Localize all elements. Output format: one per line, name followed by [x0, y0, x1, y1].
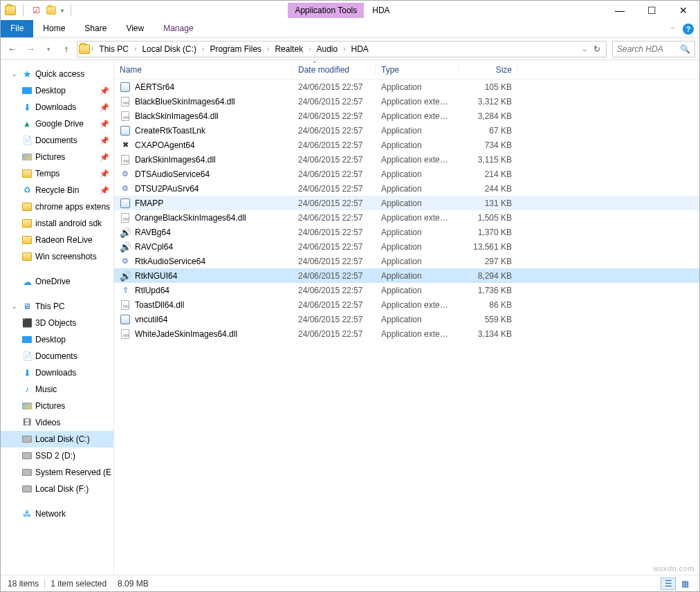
file-row[interactable]: vncutil6424/06/2015 22:57Application559 …: [114, 312, 699, 326]
file-row[interactable]: FMAPP24/06/2015 22:57Application131 KB: [114, 196, 699, 210]
breadcrumb-item[interactable]: Program Files: [205, 44, 266, 54]
search-input[interactable]: Search HDA 🔍: [612, 41, 695, 57]
file-row[interactable]: CreateRtkToastLnk24/06/2015 22:57Applica…: [114, 123, 699, 138]
navigation-pane[interactable]: ⌄ ★ Quick access Desktop📌⬇Downloads📌▲Goo…: [1, 60, 114, 575]
breadcrumb-item[interactable]: Realtek: [270, 44, 307, 54]
context-tab-application-tools[interactable]: Application Tools: [288, 3, 364, 18]
chevron-right-icon[interactable]: ›: [342, 45, 347, 53]
tab-home[interactable]: Home: [33, 20, 75, 37]
sidebar-item[interactable]: Local Disk (C:): [1, 431, 113, 447]
file-row[interactable]: ⚙DTSAudioService6424/06/2015 22:57Applic…: [114, 167, 699, 181]
column-date[interactable]: Date modified: [293, 65, 376, 75]
sidebar-item[interactable]: install android sdk: [1, 215, 113, 232]
tree-onedrive[interactable]: ☁ OneDrive: [1, 273, 113, 290]
file-row[interactable]: BlackBlueSkinImages64.dll24/06/2015 22:5…: [114, 94, 699, 109]
column-type[interactable]: Type: [376, 65, 459, 75]
file-row[interactable]: ✖CXAPOAgent6424/06/2015 22:57Application…: [114, 138, 699, 152]
sidebar-item[interactable]: Pictures📌: [1, 149, 113, 165]
chevron-right-icon[interactable]: ›: [90, 45, 95, 53]
file-date: 24/06/2015 22:57: [293, 155, 376, 165]
file-name: OrangeBlackSkinImages64.dll: [135, 213, 246, 223]
file-row[interactable]: DarkSkinImages64.dll24/06/2015 22:57Appl…: [114, 152, 699, 167]
sidebar-item[interactable]: Local Disk (F:): [1, 481, 113, 497]
file-row[interactable]: ⚙DTSU2PAuSrv6424/06/2015 22:57Applicatio…: [114, 181, 699, 196]
breadcrumb-root-icon[interactable]: [79, 44, 90, 55]
file-row[interactable]: BlackSkinImages64.dll24/06/2015 22:57App…: [114, 109, 699, 123]
recent-locations-icon[interactable]: ▾: [41, 41, 56, 57]
chevron-right-icon[interactable]: ›: [201, 45, 205, 53]
sidebar-item[interactable]: Desktop: [1, 331, 113, 348]
sidebar-item[interactable]: Win screenshots: [1, 248, 113, 265]
tab-file[interactable]: File: [1, 20, 33, 37]
sidebar-item[interactable]: System Reserved (E: [1, 464, 113, 481]
help-icon[interactable]: ?: [683, 24, 694, 35]
sidebar-item[interactable]: Pictures: [1, 398, 113, 414]
sidebar-item[interactable]: ♪Music: [1, 381, 113, 398]
chevron-right-icon[interactable]: ›: [133, 45, 138, 53]
sidebar-item[interactable]: ♻Recycle Bin📌: [1, 182, 113, 198]
column-size[interactable]: Size: [459, 65, 518, 75]
sidebar-item[interactable]: 📄Documents: [1, 348, 113, 364]
close-button[interactable]: ✕: [667, 1, 699, 20]
breadcrumb-item[interactable]: This PC: [95, 44, 133, 54]
tree-quick-access[interactable]: ⌄ ★ Quick access: [1, 66, 113, 82]
tree-this-pc[interactable]: ⌄ 🖥 This PC: [1, 298, 113, 315]
sidebar-item[interactable]: ⬇Downloads📌: [1, 99, 113, 115]
file-type: Application extens...: [376, 155, 459, 165]
sidebar-item[interactable]: Desktop📌: [1, 82, 113, 99]
back-button[interactable]: ←: [5, 41, 20, 57]
breadcrumb-item[interactable]: Audio: [312, 44, 342, 54]
file-list[interactable]: Name ⌃ Date modified Type Size AERTSr642…: [114, 60, 699, 575]
file-row[interactable]: 🔊RAVCpl6424/06/2015 22:57Application13,5…: [114, 239, 699, 254]
sidebar-item[interactable]: 🎞Videos: [1, 414, 113, 431]
file-row[interactable]: OrangeBlackSkinImages64.dll24/06/2015 22…: [114, 210, 699, 225]
file-type: Application: [376, 257, 459, 266]
sidebar-item[interactable]: chrome apps extens: [1, 198, 113, 215]
address-drop-icon[interactable]: ⌵: [580, 45, 589, 53]
tab-share[interactable]: Share: [75, 20, 116, 37]
speaker-icon: 🔊: [120, 241, 131, 252]
tree-network[interactable]: 🖧 Network: [1, 506, 113, 522]
sidebar-item[interactable]: ⬇Downloads: [1, 364, 113, 381]
tab-manage[interactable]: Manage: [154, 20, 203, 37]
sidebar-item[interactable]: ⬛3D Objects: [1, 315, 113, 331]
breadcrumb[interactable]: › This PC › Local Disk (C:) › Program Fi…: [77, 41, 607, 57]
breadcrumb-item[interactable]: Local Disk (C:): [138, 44, 201, 54]
chevron-down-icon[interactable]: ⌄: [10, 303, 19, 310]
breadcrumb-item[interactable]: HDA: [347, 44, 373, 54]
sidebar-item[interactable]: Radeon ReLive: [1, 232, 113, 248]
file-row[interactable]: ⇪RtlUpd6424/06/2015 22:57Application1,73…: [114, 283, 699, 297]
sidebar-item[interactable]: SSD 2 (D:): [1, 447, 113, 464]
sidebar-item[interactable]: 📄Documents📌: [1, 132, 113, 149]
forward-button[interactable]: →: [23, 41, 38, 57]
file-type: Application extens...: [376, 329, 459, 339]
chevron-down-icon[interactable]: ⌄: [10, 71, 19, 77]
chevron-right-icon[interactable]: ›: [307, 45, 312, 53]
file-row[interactable]: 🔊RtkNGUI6424/06/2015 22:57Application8,2…: [114, 268, 699, 283]
sidebar-item[interactable]: Temps📌: [1, 165, 113, 182]
tree-label: Quick access: [35, 69, 84, 79]
file-row[interactable]: ⚙RtkAudioService6424/06/2015 22:57Applic…: [114, 254, 699, 268]
maximize-button[interactable]: ☐: [636, 1, 667, 20]
refresh-icon[interactable]: ↻: [591, 44, 603, 54]
file-row[interactable]: ToastDll64.dll24/06/2015 22:57Applicatio…: [114, 297, 699, 312]
qat-customize-icon[interactable]: ▾: [61, 8, 64, 14]
chevron-right-icon[interactable]: ›: [266, 45, 270, 53]
file-row[interactable]: 🔊RAVBg6424/06/2015 22:57Application1,370…: [114, 225, 699, 239]
file-row[interactable]: AERTSr6424/06/2015 22:57Application105 K…: [114, 80, 699, 94]
tab-view[interactable]: View: [116, 20, 154, 37]
view-details-button[interactable]: ☰: [661, 577, 676, 590]
column-name[interactable]: Name: [114, 65, 293, 75]
application-icon: [120, 82, 131, 93]
column-headers[interactable]: Name ⌃ Date modified Type Size: [114, 60, 699, 80]
sidebar-item[interactable]: ▲Google Drive📌: [1, 115, 113, 132]
ribbon-expand-icon[interactable]: ﹀: [670, 25, 676, 33]
file-date: 24/06/2015 22:57: [293, 286, 376, 295]
minimize-button[interactable]: —: [604, 1, 636, 20]
qat-properties-icon[interactable]: ☑: [30, 5, 42, 16]
up-button[interactable]: ↑: [59, 41, 74, 57]
file-row[interactable]: WhiteJadeSkinImages64.dll24/06/2015 22:5…: [114, 326, 699, 341]
qat-new-folder-icon[interactable]: [46, 5, 57, 16]
file-type: Application: [376, 315, 459, 324]
view-large-icons-button[interactable]: ▦: [677, 577, 692, 590]
